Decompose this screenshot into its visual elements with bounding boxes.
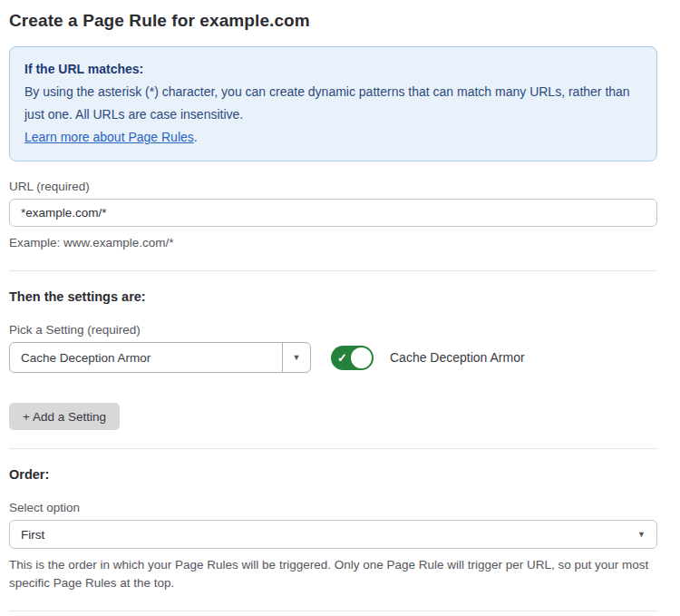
url-match-info-box: If the URL matches: By using the asteris… [9, 46, 657, 161]
setting-picker-arrow-button[interactable]: ▼ [282, 343, 310, 372]
divider [9, 270, 657, 271]
url-input[interactable] [9, 199, 657, 227]
info-box-link-line: Learn more about Page Rules. [24, 126, 642, 149]
order-heading: Order: [9, 467, 657, 482]
check-icon: ✓ [337, 352, 347, 364]
divider [9, 611, 657, 611]
setting-row: Cache Deception Armor ▼ ✓ Cache Deceptio… [9, 342, 657, 373]
chevron-down-icon: ▼ [637, 530, 646, 539]
order-select[interactable]: First ▼ [9, 520, 657, 549]
toggle-knob [351, 347, 372, 368]
setting-picker-dropdown[interactable]: Cache Deception Armor ▼ [9, 342, 311, 373]
setting-toggle-label: Cache Deception Armor [390, 350, 525, 365]
link-suffix: . [194, 130, 198, 144]
order-select-label: Select option [9, 501, 657, 514]
settings-heading: Then the settings are: [9, 289, 657, 304]
url-helper: Example: www.example.com/* [9, 234, 657, 252]
setting-toggle[interactable]: ✓ [331, 346, 374, 370]
chevron-down-icon: ▼ [293, 353, 301, 362]
url-label: URL (required) [9, 180, 657, 193]
info-box-body: By using the asterisk (*) character, you… [24, 81, 642, 126]
order-helper: This is the order in which your Page Rul… [9, 556, 657, 592]
setting-picker-value: Cache Deception Armor [10, 343, 282, 372]
add-setting-button[interactable]: + Add a Setting [9, 403, 120, 430]
divider [9, 448, 657, 449]
setting-picker-label: Pick a Setting (required) [9, 323, 657, 337]
order-select-value: First [21, 528, 44, 542]
info-box-heading: If the URL matches: [24, 58, 642, 81]
setting-toggle-wrap: ✓ Cache Deception Armor [331, 346, 525, 370]
page-title: Create a Page Rule for example.com [9, 11, 657, 31]
learn-more-link[interactable]: Learn more about Page Rules [24, 130, 194, 144]
page-rule-form: Create a Page Rule for example.com If th… [0, 0, 680, 616]
